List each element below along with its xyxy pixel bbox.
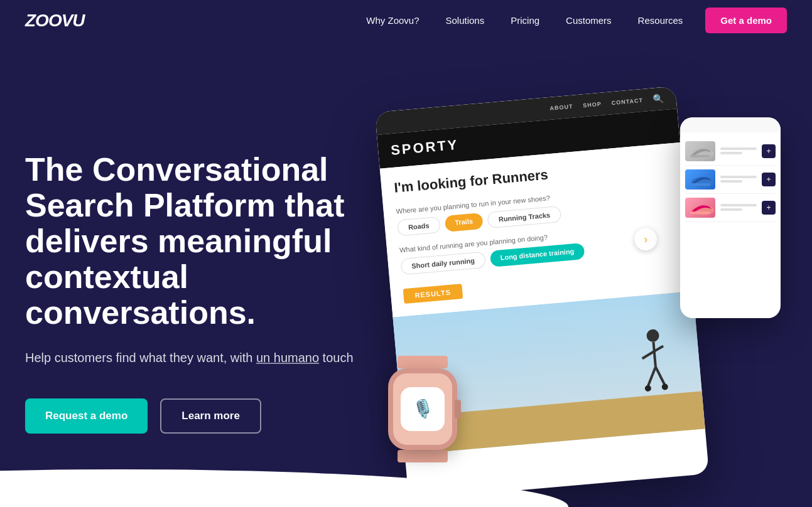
nav-customers[interactable]: Customers xyxy=(556,10,622,31)
request-demo-button[interactable]: Request a demo xyxy=(25,398,148,434)
tablet-brand: SPORTY xyxy=(390,136,459,157)
phone-product-3: + xyxy=(685,194,776,222)
hero-buttons: Request a demo Learn more xyxy=(25,398,360,434)
chip-long-distance[interactable]: Long distance training xyxy=(490,242,585,267)
watch-body: 🎙️ xyxy=(388,368,457,450)
chip-trails[interactable]: Trails xyxy=(444,212,484,232)
shoe-line-2 xyxy=(720,152,742,154)
shoe-image-grey xyxy=(685,141,715,161)
shoe-line-4 xyxy=(720,180,742,183)
nav-solutions[interactable]: Solutions xyxy=(436,10,495,31)
shoe-image-blue xyxy=(685,169,715,189)
nav-resources[interactable]: Resources xyxy=(628,10,693,31)
navbar: ZOOVU Why Zoovu? Solutions Pricing Custo… xyxy=(0,0,812,41)
smartwatch-mockup: 🎙️ xyxy=(379,356,467,456)
watch-strap-top xyxy=(398,356,448,368)
svg-line-4 xyxy=(642,351,655,358)
microphone-icon: 🎙️ xyxy=(412,398,434,419)
hero-title: The Conversational Search Platform that … xyxy=(25,152,360,331)
svg-rect-11 xyxy=(690,183,710,186)
add-to-cart-3[interactable]: + xyxy=(762,201,776,215)
svg-line-3 xyxy=(656,366,665,385)
svg-line-5 xyxy=(654,346,664,351)
shoe-line-5 xyxy=(720,204,757,206)
phone-mockup: + + xyxy=(680,117,781,318)
add-to-cart-2[interactable]: + xyxy=(762,173,776,186)
add-to-cart-1[interactable]: + xyxy=(762,144,776,158)
phone-product-2: + xyxy=(685,166,776,194)
hero-subtitle-text2: touch xyxy=(319,351,353,365)
chip-roads[interactable]: Roads xyxy=(397,216,441,236)
nav-why-zoovu[interactable]: Why Zoovu? xyxy=(356,10,429,31)
hero-subtitle-highlight: un humano xyxy=(256,351,319,365)
chip-running-tracks[interactable]: Running Tracks xyxy=(487,205,561,228)
watch-screen: 🎙️ xyxy=(401,387,445,431)
logo[interactable]: ZOOVU xyxy=(25,11,85,31)
phone-status-bar xyxy=(680,117,781,132)
phone-product-list: + + xyxy=(680,132,781,227)
phone-product-1: + xyxy=(685,137,776,166)
shoe-line-1 xyxy=(720,147,757,150)
hero-devices: ABOUT SHOP CONTACT 🔍 SPORTY I'm looking … xyxy=(360,80,787,506)
tablet-nav-about: ABOUT xyxy=(549,103,573,111)
watch-strap-bottom xyxy=(398,450,448,462)
svg-line-1 xyxy=(653,341,655,366)
shoe-image-pink xyxy=(685,198,715,218)
shoe-info-pink xyxy=(720,204,757,211)
hero-content: The Conversational Search Platform that … xyxy=(25,152,360,434)
shoe-info-grey xyxy=(720,147,757,154)
svg-rect-13 xyxy=(690,211,710,214)
tablet-content: I'm looking for Runners Where are you pl… xyxy=(380,142,693,317)
svg-point-6 xyxy=(644,385,651,392)
chip-short-daily[interactable]: Short daily running xyxy=(400,251,486,275)
shoe-line-6 xyxy=(720,208,742,211)
shoe-info-blue xyxy=(720,176,757,183)
search-icon: 🔍 xyxy=(652,93,664,104)
svg-point-7 xyxy=(661,383,668,390)
results-button[interactable]: RESULTS xyxy=(403,284,463,304)
watch-crown xyxy=(455,400,461,419)
svg-point-0 xyxy=(646,329,660,343)
get-demo-button[interactable]: Get a demo xyxy=(705,8,787,33)
nav-links: Why Zoovu? Solutions Pricing Customers R… xyxy=(356,8,787,33)
hero-subtitle-text1: Help customers find what they want, with xyxy=(25,351,256,365)
svg-rect-9 xyxy=(690,155,710,157)
runner-figure xyxy=(620,322,671,401)
nav-pricing[interactable]: Pricing xyxy=(501,10,549,31)
logo-text: ZOOVU xyxy=(25,11,85,31)
learn-more-button[interactable]: Learn more xyxy=(160,398,261,434)
hero-section: The Conversational Search Platform that … xyxy=(0,41,812,507)
tablet-nav-shop: SHOP xyxy=(583,100,602,109)
shoe-line-3 xyxy=(720,176,757,178)
tablet-nav-contact: CONTACT xyxy=(611,97,643,105)
hero-subtitle: Help customers find what they want, with… xyxy=(25,348,360,367)
